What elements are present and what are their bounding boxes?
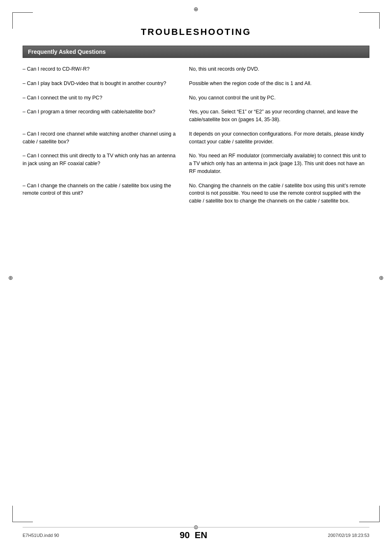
faq-section-header: Frequently Asked Questions — [23, 46, 369, 58]
page-number: 90 — [180, 530, 189, 541]
faq-row: – Can I connect the unit to my PC?No, yo… — [23, 94, 369, 108]
faq-row: – Can I play back DVD-video that is boug… — [23, 80, 369, 94]
faq-question-3: – Can I program a timer recording with c… — [23, 108, 189, 130]
corner-bottom-right-v — [379, 506, 380, 522]
crosshair-right-middle: ⊕ — [378, 274, 385, 281]
crosshair-left-middle: ⊕ — [7, 274, 14, 281]
faq-question-0: – Can I record to CD-RW/-R? — [23, 65, 189, 80]
faq-table: – Can I record to CD-RW/-R?No, this unit… — [23, 65, 369, 212]
corner-top-left-v — [12, 12, 13, 29]
content-area: TROUBLESHOOTING Frequently Asked Questio… — [0, 0, 392, 253]
corner-bottom-left-v — [12, 506, 13, 522]
faq-answer-4: It depends on your connection configurat… — [189, 130, 369, 152]
faq-question-6: – Can I change the channels on the cable… — [23, 182, 189, 212]
faq-row: – Can I change the channels on the cable… — [23, 182, 369, 212]
faq-row: – Can I record to CD-RW/-R?No, this unit… — [23, 65, 369, 80]
page: ⊕ ⊕ ⊕ ⊕ TROUBLESHOOTING Frequently Asked… — [0, 0, 392, 555]
faq-answer-2: No, you cannot control the unit by PC. — [189, 94, 369, 108]
corner-bottom-left-h — [12, 522, 33, 522]
faq-question-2: – Can I connect the unit to my PC? — [23, 94, 189, 108]
footer-content: E7H51UD.indd 90 90 EN 2007/02/19 18:23:5… — [0, 530, 392, 541]
faq-row: – Can I program a timer recording with c… — [23, 108, 369, 130]
corner-bottom-right-h — [359, 522, 380, 522]
faq-question-1: – Can I play back DVD-video that is boug… — [23, 80, 189, 94]
crosshair-top-center: ⊕ — [193, 6, 199, 12]
faq-answer-0: No, this unit records only DVD. — [189, 65, 369, 80]
faq-row: – Can I connect this unit directly to a … — [23, 152, 369, 182]
footer: E7H51UD.indd 90 90 EN 2007/02/19 18:23:5… — [0, 527, 392, 541]
faq-question-5: – Can I connect this unit directly to a … — [23, 152, 189, 182]
faq-question-4: – Can I record one channel while watchin… — [23, 130, 189, 152]
footer-file-info: E7H51UD.indd 90 — [23, 533, 59, 538]
footer-page-info: 90 EN — [180, 530, 207, 541]
faq-answer-5: No. You need an RF modulator (commercial… — [189, 152, 369, 182]
faq-answer-1: Possible when the region code of the dis… — [189, 80, 369, 94]
footer-line — [23, 527, 369, 527]
footer-timestamp: 2007/02/19 18:23:53 — [328, 533, 369, 538]
page-title: TROUBLESHOOTING — [23, 27, 369, 37]
faq-row: – Can I record one channel while watchin… — [23, 130, 369, 152]
corner-top-right-h — [359, 12, 380, 13]
faq-answer-6: No. Changing the channels on the cable /… — [189, 182, 369, 212]
faq-answer-3: Yes, you can. Select “E1” or “E2” as you… — [189, 108, 369, 130]
language-label: EN — [195, 530, 208, 541]
corner-top-left-h — [12, 12, 33, 13]
corner-top-right-v — [379, 12, 380, 29]
